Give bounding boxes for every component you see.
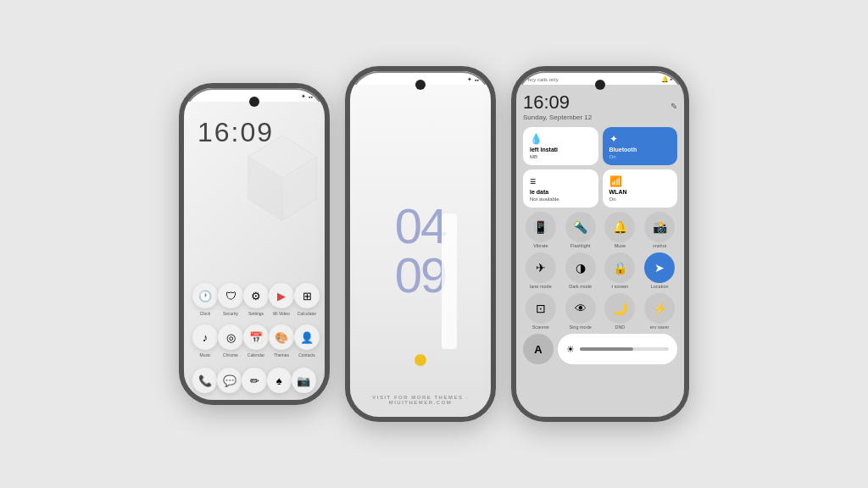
cube-decoration [240,127,325,229]
scanner-label: Scanner [532,324,550,330]
music-label: Music [199,352,210,358]
app-grid-1: 🕐 Clock 🛡 Security ⚙ Settings ▶ Mi Video… [184,283,325,366]
screenshot-icon: 📸 [644,212,675,242]
mobile-tile-sub: Not available [530,197,592,202]
brightness-sun-icon: ☀ [566,344,575,355]
cc-darkmode[interactable]: ◑ Dark mode [563,252,598,289]
flashlight-label: Flashlight [570,243,591,248]
cc-tile-wlan[interactable]: 📶 WLAN On [603,169,678,208]
wlan-tile-title: WLAN [609,189,671,195]
cc-brightness-slider[interactable]: ☀ [558,334,677,364]
cc-tile-data[interactable]: 💧 left instati MB [523,127,598,165]
edit-icon[interactable]: ✎ [670,102,677,111]
battery-icon-2: ▪▪ [475,77,479,83]
screenshot-label: vnshot [653,243,666,248]
watermark: VISIT FOR MORE THEMES · MIUITHEMER.COM [350,395,491,405]
bluetooth-tile-sub: On [609,154,671,159]
cc-dnd[interactable]: 🌙 DND [603,293,638,330]
cc-airplane[interactable]: ✈ lane mode [523,252,559,289]
dock-camera[interactable]: 📷 [292,368,316,393]
app-chrome[interactable]: ◎ Chrome [218,324,243,358]
data-tile-sub: MB [530,154,592,159]
security-label: Security [223,311,238,316]
chrome-label: Chrome [223,352,238,358]
lockscreen-icon: 🔒 [604,252,635,283]
themes-label: Themes [274,352,289,358]
phone-dock-1: 📞 💬 ✏ ♠ 📷 [184,368,325,393]
cc-a-button[interactable]: A [523,334,554,364]
app-clock[interactable]: 🕐 Clock [192,283,218,316]
airplane-label: lane mode [530,284,552,289]
app-calculator[interactable]: ⊞ Calculator [294,283,320,316]
phone-1-screen: 16:09 🕐 Clock 🛡 Security ⚙ Sett [184,102,325,400]
control-center: 16:09 Sunday, September 12 ✎ 💧 left inst… [516,85,684,417]
cc-muse[interactable]: 🔔 Muse [603,212,638,248]
dock-notes[interactable]: ✏ [242,368,266,393]
cc-location[interactable]: ➤ Location [642,252,677,289]
status-icons-2: ✦ ▪▪ [467,76,479,83]
phone-2-screen: 04 09 VISIT FOR MORE THEMES · MIUITHEMER… [350,85,491,417]
cc-header: 16:09 Sunday, September 12 ✎ [523,90,677,123]
cc-tile-mobile[interactable]: ≡ le data Not available [523,169,598,208]
big-clock-hours: 04 [395,202,447,251]
mobile-tile-title: le data [530,189,592,195]
location-icon: ➤ [644,252,675,283]
app-mivideo[interactable]: ▶ Mi Video [269,283,294,316]
chrome-icon: ◎ [218,324,243,350]
status-icons-3: 🔔 ▪ [661,76,672,83]
calendar-label: Calendar [248,352,264,358]
cc-flashlight[interactable]: 🔦 Flashlight [563,212,598,248]
flashlight-icon: 🔦 [565,212,596,242]
phone-2: ✦ ▪▪ 04 09 VISIT FOR MORE THEMES · MIUIT… [345,66,496,422]
app-contacts[interactable]: 👤 Contacts [294,324,320,358]
scanner-icon: ⊡ [526,293,556,324]
app-calendar[interactable]: 📅 Calendar [243,324,269,358]
brightness-fill [580,347,633,351]
mivideo-icon: ▶ [269,283,294,308]
punch-hole-2 [415,80,426,90]
cc-scanner[interactable]: ⊡ Scanner [523,293,559,330]
clock-label: Clock [200,311,211,316]
app-settings[interactable]: ⚙ Settings [243,283,269,316]
bluetooth-tile-icon: ✦ [609,133,671,145]
themes-icon: 🎨 [269,324,294,350]
dock-misc[interactable]: ♠ [267,368,292,393]
muse-icon: 🔔 [604,212,635,242]
cc-batterysaver[interactable]: ⚡ erv saver [642,293,677,330]
singmode-icon: 👁 [565,293,596,324]
data-tile-title: left instati [530,147,592,152]
white-column-deco [442,214,457,349]
app-music[interactable]: ♪ Music [192,324,218,358]
app-row-1: 🕐 Clock 🛡 Security ⚙ Settings ▶ Mi Video… [192,283,316,316]
cc-screenshot[interactable]: 📸 vnshot [642,212,677,248]
cc-lockscreen[interactable]: 🔒 t screen [603,252,638,289]
wlan-tile-icon: 📶 [609,175,671,187]
cc-tiles-row-2: ≡ le data Not available 📶 WLAN On [523,169,677,208]
cc-tile-bluetooth[interactable]: ✦ Bluetooth On [603,127,678,165]
phone-3: ncy calls only 🔔 ▪ 16:09 Sunday, Septemb… [511,66,689,422]
privacy-notice: ncy calls only [528,77,559,82]
app-themes[interactable]: 🎨 Themes [269,324,294,358]
bluetooth-icon-2: ✦ [467,76,472,83]
a-label: A [534,343,542,356]
vibrate-label: Vibrate [533,243,548,248]
music-icon: ♪ [192,324,218,350]
settings-label: Settings [248,311,264,316]
location-label: Location [651,284,669,289]
dock-phone[interactable]: 📞 [192,368,217,393]
punch-hole-1 [249,97,259,107]
cc-vibrate[interactable]: 📳 Vibrate [523,212,559,248]
batterysaver-label: erv saver [650,324,670,330]
dock-messages[interactable]: 💬 [217,368,242,393]
singmode-label: Sing mode [569,324,591,330]
cc-singmode[interactable]: 👁 Sing mode [563,293,598,330]
app-security[interactable]: 🛡 Security [218,283,243,316]
calculator-label: Calculator [298,311,317,316]
bluetooth-icon-1: ✦ [301,93,306,100]
lockscreen-label: t screen [612,284,629,289]
big-clock-minutes: 09 [395,251,447,300]
dnd-icon: 🌙 [604,293,635,324]
settings-icon: ⚙ [243,283,269,308]
cc-header-icons: ✎ [670,102,677,111]
cc-tiles-row-1: 💧 left instati MB ✦ Bluetooth On [523,127,677,165]
